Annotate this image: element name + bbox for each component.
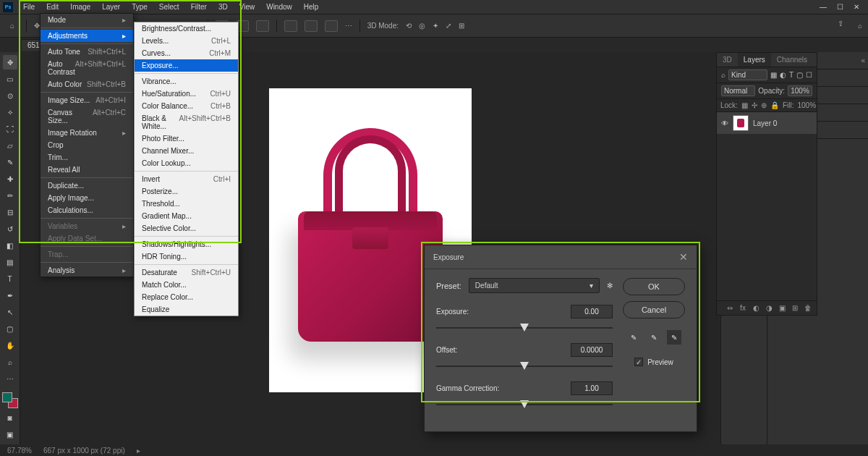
layer-row[interactable]: 👁 Layer 0 [717, 112, 817, 134]
search-icon[interactable]: ⌕ [858, 22, 862, 30]
minimize-icon[interactable]: — [820, 3, 827, 11]
menu-item[interactable]: Auto ContrastAlt+Shift+Ctrl+L [41, 58, 133, 78]
brush-tool[interactable]: ✏ [3, 188, 17, 203]
gradient-tool[interactable]: ▤ [3, 255, 17, 269]
menu-edit[interactable]: Edit [41, 1, 64, 13]
menu-window[interactable]: Window [260, 1, 298, 13]
submenu-item[interactable]: Curves...Ctrl+M [135, 47, 238, 59]
mode-3d-icon-3[interactable]: ✦ [433, 22, 438, 30]
eyedropper-black-icon[interactable]: ✎ [626, 330, 641, 345]
lock-all-icon[interactable]: 🔒 [770, 101, 779, 109]
doc-info[interactable]: 667 px x 1000 px (72 ppi) [43, 447, 125, 455]
distribute-btn-2[interactable] [305, 20, 318, 32]
submenu-item[interactable]: Hue/Saturation...Ctrl+U [135, 88, 238, 100]
crop-tool[interactable]: ⛶ [3, 122, 17, 136]
edit-toolbar[interactable]: ⋯ [3, 371, 17, 386]
submenu-item[interactable]: Replace Color... [135, 291, 238, 303]
submenu-item[interactable]: Selective Color... [135, 222, 238, 235]
eyedropper-gray-icon[interactable]: ✎ [647, 330, 661, 345]
filter-type-icon[interactable]: T [789, 71, 793, 79]
menu-filter[interactable]: Filter [185, 1, 213, 13]
adjustment-icon[interactable]: ◑ [765, 304, 773, 312]
move-tool-icon[interactable]: ✥ [34, 22, 40, 30]
group-icon[interactable]: ▣ [778, 304, 786, 312]
menu-file[interactable]: File [17, 1, 41, 13]
opacity-value[interactable]: 100% [788, 85, 812, 96]
hand-tool[interactable]: ✋ [3, 338, 17, 352]
mode-3d-icon-5[interactable]: ⊞ [459, 22, 464, 30]
ok-button[interactable]: OK [623, 278, 685, 295]
cancel-button[interactable]: Cancel [623, 301, 685, 318]
preview-checkbox[interactable]: ✓ [634, 358, 643, 366]
menu-item[interactable]: Analysis▸ [41, 264, 133, 276]
offset-value[interactable]: 0.0000 [571, 343, 613, 357]
menu-item[interactable]: Image Size...Alt+Ctrl+I [41, 94, 133, 106]
filter-adjust-icon[interactable]: ◐ [780, 71, 786, 79]
visibility-icon[interactable]: 👁 [721, 119, 728, 127]
mode-3d-icon-2[interactable]: ◎ [419, 22, 425, 30]
dialog-titlebar[interactable]: Exposure ✕ [425, 245, 697, 269]
history-brush-tool[interactable]: ↺ [3, 221, 17, 236]
menu-item[interactable]: Crop [41, 139, 133, 151]
filter-smart-icon[interactable]: ☐ [806, 71, 812, 79]
filter-shape-icon[interactable]: ▢ [796, 71, 803, 79]
submenu-item[interactable]: Color Lookup... [135, 157, 238, 169]
mask-icon[interactable]: ◐ [752, 304, 760, 312]
lock-position-icon[interactable]: ✢ [752, 101, 757, 109]
zoom-level[interactable]: 67.78% [7, 447, 32, 455]
screen-mode-icon[interactable]: ▣ [3, 427, 17, 442]
submenu-item[interactable]: Gradient Map... [135, 210, 238, 222]
menu-item[interactable]: Apply Image... [41, 192, 133, 204]
shape-tool[interactable]: ▢ [3, 321, 17, 336]
gamma-slider[interactable] [436, 400, 613, 410]
submenu-item[interactable]: Match Color... [135, 279, 238, 291]
maximize-icon[interactable]: ☐ [837, 3, 843, 11]
offset-slider[interactable] [436, 361, 613, 371]
dialog-close-icon[interactable]: ✕ [679, 251, 688, 263]
move-tool[interactable]: ✥ [3, 55, 17, 69]
exposure-value[interactable]: 0.00 [571, 305, 613, 318]
path-tool[interactable]: ↖ [3, 305, 17, 319]
doc-info-arrow-icon[interactable]: ▸ [137, 447, 140, 455]
layer-thumbnail[interactable] [733, 115, 749, 131]
submenu-item[interactable]: Exposure... [135, 59, 238, 72]
submenu-item[interactable]: Threshold... [135, 198, 238, 210]
menu-view[interactable]: View [234, 1, 261, 13]
menu-item[interactable]: Calculations... [41, 204, 133, 216]
pen-tool[interactable]: ✒ [3, 288, 17, 303]
filter-pixel-icon[interactable]: ▦ [770, 71, 777, 79]
align-btn-3[interactable] [256, 20, 269, 32]
layer-name[interactable]: Layer 0 [753, 119, 777, 127]
kind-dropdown[interactable]: Kind [728, 69, 767, 80]
distribute-btn-3[interactable] [325, 20, 338, 32]
frame-tool[interactable]: ▱ [3, 138, 17, 153]
magic-wand-tool[interactable]: ✧ [3, 105, 17, 119]
close-icon[interactable]: ✕ [854, 3, 859, 11]
color-swatch[interactable] [2, 392, 18, 408]
more-icon[interactable]: ⋯ [345, 22, 352, 30]
submenu-item[interactable]: Vibrance... [135, 75, 238, 88]
blend-mode-dropdown[interactable]: Normal [721, 85, 755, 96]
home-icon[interactable]: ⌂ [6, 20, 19, 33]
lasso-tool[interactable]: ⊙ [3, 88, 17, 103]
link-layers-icon[interactable]: ⇔ [726, 304, 734, 312]
submenu-item[interactable]: InvertCtrl+I [135, 173, 238, 185]
submenu-item[interactable]: Color Balance...Ctrl+B [135, 100, 238, 112]
menu-help[interactable]: Help [298, 1, 325, 13]
eraser-tool[interactable]: ◧ [3, 238, 17, 253]
menu-item[interactable]: Reveal All [41, 164, 133, 176]
submenu-item[interactable]: HDR Toning... [135, 250, 238, 263]
quick-mask-icon[interactable]: ◙ [3, 410, 17, 425]
new-layer-icon[interactable]: ⊞ [791, 304, 799, 312]
mode-3d-icon-4[interactable]: ⤢ [446, 22, 451, 30]
menu-select[interactable]: Select [153, 1, 185, 13]
exposure-slider[interactable] [436, 323, 613, 333]
submenu-item[interactable]: Equalize [135, 303, 238, 316]
healing-tool[interactable]: ✚ [3, 172, 17, 186]
type-tool[interactable]: T [3, 271, 17, 286]
tab-3d[interactable]: 3D [717, 53, 738, 67]
lock-pixels-icon[interactable]: ▦ [741, 101, 748, 109]
submenu-item[interactable]: Levels...Ctrl+L [135, 35, 238, 47]
menu-item[interactable]: Canvas Size...Alt+Ctrl+C [41, 106, 133, 127]
menu-image[interactable]: Image [64, 1, 96, 13]
